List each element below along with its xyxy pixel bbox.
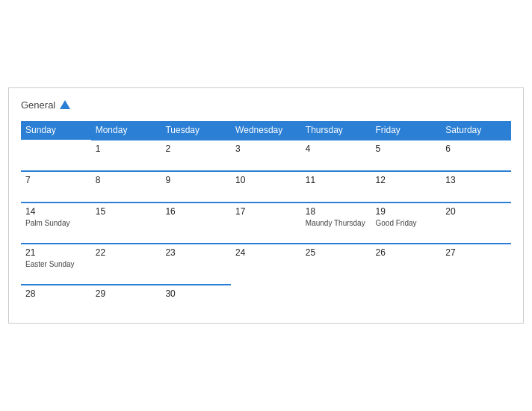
week-row-4: 282930 — [21, 285, 511, 315]
calendar-cell: 11 — [301, 171, 371, 203]
calendar-cell — [231, 285, 301, 315]
day-number: 12 — [376, 175, 437, 185]
week-row-1: 78910111213 — [21, 171, 511, 203]
logo: General — [21, 100, 70, 111]
day-number: 2 — [165, 143, 226, 154]
day-number: 19 — [376, 206, 437, 217]
day-number: 16 — [165, 206, 226, 217]
day-number: 18 — [306, 206, 367, 217]
calendar-container: General SundayMondayTuesdayWednesdayThur… — [8, 87, 524, 324]
calendar-cell: 15 — [91, 203, 161, 244]
calendar-cell: 8 — [91, 171, 161, 203]
day-number: 24 — [235, 247, 297, 258]
day-number: 13 — [445, 175, 507, 185]
day-number: 9 — [165, 175, 226, 185]
calendar-cell: 20 — [441, 203, 511, 244]
day-number: 14 — [25, 206, 87, 217]
day-number: 11 — [306, 175, 367, 185]
holiday-label: Palm Sunday — [25, 218, 87, 228]
calendar-cell — [21, 140, 91, 171]
calendar-cell: 19Good Friday — [371, 203, 442, 244]
holiday-label: Easter Sunday — [25, 259, 87, 269]
calendar-cell: 28 — [21, 285, 91, 315]
day-number: 23 — [165, 247, 226, 258]
calendar-cell: 22 — [91, 244, 161, 285]
holiday-label: Maundy Thursday — [306, 218, 367, 228]
calendar-cell: 1 — [91, 140, 161, 171]
calendar-cell: 29 — [91, 285, 161, 315]
calendar-cell: 26 — [371, 244, 442, 285]
day-number: 15 — [96, 206, 157, 217]
day-number: 25 — [306, 247, 367, 258]
calendar-cell: 2 — [161, 140, 231, 171]
day-number: 3 — [235, 143, 297, 154]
logo-triangle-icon — [60, 100, 70, 109]
weekday-header-saturday: Saturday — [441, 121, 511, 140]
calendar-cell: 7 — [21, 171, 91, 203]
day-number: 27 — [445, 247, 507, 258]
holiday-label: Good Friday — [376, 218, 437, 228]
calendar-cell: 10 — [231, 171, 301, 203]
day-number: 1 — [96, 143, 157, 154]
calendar-cell: 21Easter Sunday — [21, 244, 91, 285]
calendar-grid: SundayMondayTuesdayWednesdayThursdayFrid… — [21, 121, 511, 315]
calendar-cell: 4 — [301, 140, 371, 171]
weekday-header-thursday: Thursday — [301, 121, 371, 140]
calendar-header: General — [21, 100, 511, 111]
calendar-cell: 16 — [161, 203, 231, 244]
calendar-cell — [301, 285, 371, 315]
weekday-header-wednesday: Wednesday — [231, 121, 301, 140]
day-number: 7 — [25, 175, 87, 185]
calendar-cell: 18Maundy Thursday — [301, 203, 371, 244]
calendar-cell: 24 — [231, 244, 301, 285]
weekday-header-row: SundayMondayTuesdayWednesdayThursdayFrid… — [21, 121, 511, 140]
week-row-3: 21Easter Sunday222324252627 — [21, 244, 511, 285]
day-number: 21 — [25, 247, 87, 258]
day-number: 26 — [376, 247, 437, 258]
day-number: 10 — [235, 175, 297, 185]
calendar-cell: 17 — [231, 203, 301, 244]
day-number: 29 — [96, 288, 157, 299]
week-row-0: 123456 — [21, 140, 511, 171]
calendar-cell: 6 — [441, 140, 511, 171]
weekday-header-tuesday: Tuesday — [161, 121, 231, 140]
calendar-cell: 9 — [161, 171, 231, 203]
calendar-cell: 3 — [231, 140, 301, 171]
calendar-tbody: 1234567891011121314Palm Sunday15161718Ma… — [21, 140, 511, 315]
calendar-cell: 5 — [371, 140, 442, 171]
day-number: 4 — [306, 143, 367, 154]
calendar-cell: 27 — [441, 244, 511, 285]
calendar-cell: 12 — [371, 171, 442, 203]
day-number: 8 — [96, 175, 157, 185]
calendar-cell: 13 — [441, 171, 511, 203]
day-number: 5 — [376, 143, 437, 154]
calendar-cell: 30 — [161, 285, 231, 315]
week-row-2: 14Palm Sunday15161718Maundy Thursday19Go… — [21, 203, 511, 244]
day-number: 28 — [25, 288, 87, 299]
day-number: 17 — [235, 206, 297, 217]
weekday-header-monday: Monday — [91, 121, 161, 140]
weekday-header-friday: Friday — [371, 121, 442, 140]
day-number: 22 — [96, 247, 157, 258]
calendar-cell: 23 — [161, 244, 231, 285]
day-number: 30 — [165, 288, 226, 299]
calendar-cell: 14Palm Sunday — [21, 203, 91, 244]
calendar-cell: 25 — [301, 244, 371, 285]
logo-general-text: General — [21, 100, 70, 111]
day-number: 20 — [445, 206, 507, 217]
weekday-header-sunday: Sunday — [21, 121, 91, 140]
day-number: 6 — [445, 143, 507, 154]
calendar-cell — [371, 285, 442, 315]
calendar-thead: SundayMondayTuesdayWednesdayThursdayFrid… — [21, 121, 511, 140]
calendar-cell — [441, 285, 511, 315]
